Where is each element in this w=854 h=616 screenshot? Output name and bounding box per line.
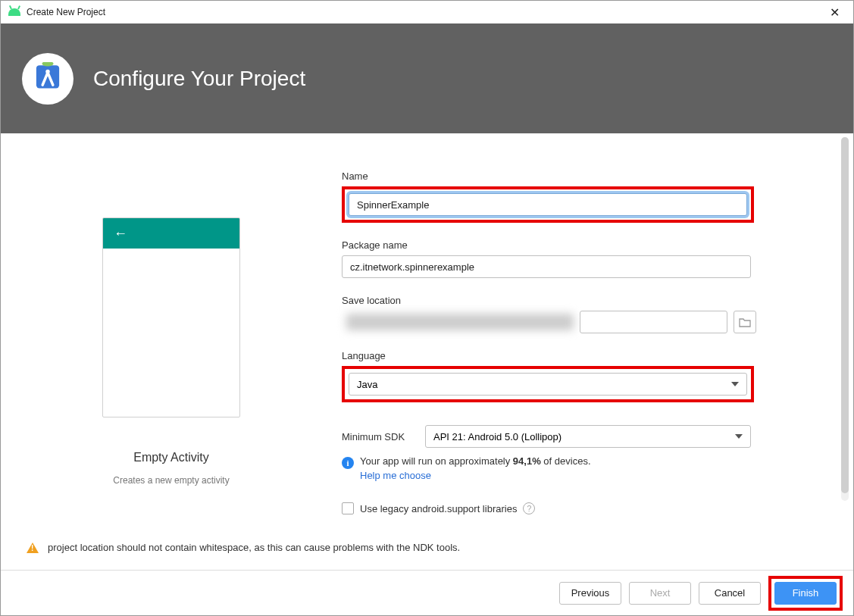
svg-point-1 [45, 69, 50, 73]
info-icon: i [342, 457, 354, 469]
save-location-input[interactable] [580, 311, 727, 333]
chevron-down-icon [731, 382, 739, 386]
name-input[interactable] [349, 193, 747, 216]
scrollbar-thumb[interactable] [841, 137, 849, 493]
warning-text: project location should not contain whit… [48, 542, 460, 553]
header: Configure Your Project [1, 23, 853, 133]
package-name-input[interactable] [342, 255, 751, 278]
save-location-value-blurred [346, 314, 574, 330]
browse-folder-button[interactable] [734, 311, 756, 333]
close-button[interactable]: ✕ [824, 2, 846, 23]
save-location-label: Save location [342, 295, 823, 306]
warning-icon [27, 543, 39, 553]
language-label: Language [342, 350, 823, 361]
android-studio-icon [22, 53, 74, 105]
package-name-label: Package name [342, 239, 823, 251]
finish-highlight: Finish [768, 576, 843, 611]
titlebar: Create New Project ✕ [1, 1, 853, 23]
language-select[interactable]: Java [349, 373, 747, 396]
device-coverage-text: Your app will run on approximately 94,1%… [360, 455, 591, 467]
next-button: Next [629, 582, 691, 605]
language-highlight: Java [342, 366, 754, 402]
name-label: Name [342, 170, 823, 182]
template-preview: ← [102, 217, 240, 417]
template-description: Creates a new empty activity [113, 475, 229, 486]
cancel-button[interactable]: Cancel [699, 582, 761, 605]
language-value: Java [357, 379, 377, 390]
name-highlight [342, 186, 754, 223]
folder-icon [739, 317, 751, 327]
template-name: Empty Activity [133, 451, 209, 464]
finish-button[interactable]: Finish [774, 582, 837, 605]
help-me-choose-link[interactable]: Help me choose [360, 470, 591, 481]
min-sdk-select[interactable]: API 21: Android 5.0 (Lollipop) [425, 425, 751, 448]
button-bar: Previous Next Cancel Finish [1, 570, 853, 615]
scrollbar[interactable] [841, 137, 849, 501]
legacy-libraries-label: Use legacy android.support libraries [360, 503, 517, 514]
help-icon[interactable]: ? [523, 502, 535, 514]
legacy-libraries-checkbox[interactable] [342, 502, 354, 514]
min-sdk-label: Minimum SDK [342, 431, 416, 442]
back-arrow-icon: ← [114, 226, 127, 242]
android-icon [8, 8, 20, 16]
chevron-down-icon [735, 434, 743, 439]
page-title: Configure Your Project [93, 67, 305, 91]
min-sdk-value: API 21: Android 5.0 (Lollipop) [433, 431, 562, 442]
previous-button[interactable]: Previous [559, 582, 621, 605]
window-title: Create New Project [27, 7, 105, 17]
svg-rect-0 [36, 65, 59, 88]
